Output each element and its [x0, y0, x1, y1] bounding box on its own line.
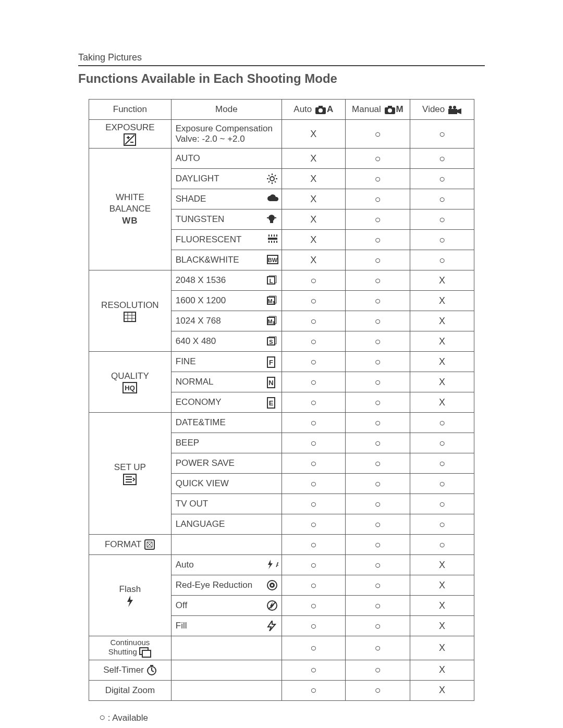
mode-cell: SHADE: [171, 189, 282, 209]
x-icon: [310, 215, 316, 225]
circle-icon: [439, 215, 445, 225]
value-cell: [345, 474, 410, 494]
value-cell: [345, 575, 410, 596]
x-icon: [439, 337, 445, 347]
value-cell: [345, 433, 410, 453]
circle-icon: [374, 520, 381, 530]
circle-icon: [310, 479, 316, 489]
x-icon: [439, 398, 445, 408]
value-cell: [345, 616, 410, 636]
redeye-icon: [267, 580, 277, 590]
value-cell: [282, 413, 345, 433]
svg-point-7: [453, 106, 456, 109]
mode-label: AUTO: [176, 153, 200, 163]
value-cell: [282, 331, 345, 352]
mode-cell: Red-Eye Reduction: [171, 575, 282, 596]
mode-label: DATE&TIME: [176, 417, 226, 427]
mode-label: TUNGSTEN: [176, 214, 225, 224]
svg-marker-69: [268, 560, 273, 569]
value-cell: [345, 392, 410, 413]
circle-icon: [374, 561, 381, 571]
circle-icon: [439, 154, 445, 164]
circle-icon: [374, 439, 381, 449]
value-cell: [282, 189, 345, 209]
value-cell: [345, 149, 410, 169]
size-l-icon: L: [267, 275, 277, 286]
circle-icon: [310, 601, 316, 611]
header-manual-suffix: M: [396, 104, 403, 114]
svg-point-24: [268, 215, 275, 221]
section-label: Taking Pictures: [78, 52, 485, 63]
circle-icon: [374, 418, 381, 428]
header-manual: Manual M: [345, 100, 410, 120]
value-cell: [282, 291, 345, 311]
mode-cell: Fill: [171, 616, 282, 636]
function-cell: EXPOSURE: [89, 120, 172, 149]
circle-icon: [310, 644, 316, 653]
value-cell: [282, 149, 345, 169]
svg-rect-28: [268, 238, 277, 240]
value-cell: [282, 596, 345, 616]
circle-icon: [310, 317, 316, 327]
mode-label: NORMAL: [176, 377, 214, 387]
svg-line-22: [275, 175, 276, 176]
circle-icon: [374, 500, 381, 510]
mode-label: Auto: [176, 560, 194, 570]
circle-icon: [374, 276, 381, 286]
bw-icon: BW: [267, 255, 277, 265]
circle-icon: [439, 418, 445, 428]
mode-cell: FLUORESCENT: [171, 230, 282, 250]
circle-icon: [439, 520, 445, 530]
value-cell: [410, 169, 474, 189]
value-cell: [345, 250, 410, 270]
value-cell: [410, 555, 474, 575]
mode-cell: POWER SAVE: [171, 453, 282, 474]
value-cell: [410, 616, 474, 636]
mode-label: BLACK&WHITE: [176, 255, 239, 265]
svg-text:M₁: M₁: [267, 298, 275, 304]
flash-fill-icon: [267, 621, 277, 631]
function-label: Digital Zoom: [105, 685, 155, 695]
header-video-text: Video: [422, 104, 445, 114]
circle-icon: [374, 665, 381, 675]
svg-line-11: [125, 135, 134, 144]
svg-text:HQ: HQ: [125, 384, 136, 392]
svg-line-23: [268, 181, 270, 182]
mode-cell: LANGUAGE: [171, 514, 282, 535]
function-cell: FORMAT: [89, 535, 172, 555]
mode-cell: DATE&TIME: [171, 413, 282, 433]
bulb-icon: [267, 214, 277, 225]
circle-icon: [374, 398, 381, 408]
svg-point-15: [270, 177, 274, 181]
table-row: Digital Zoom: [89, 680, 474, 700]
mode-label: Exposure CompensationValve: -2.0 ~ +2.0: [176, 124, 273, 144]
function-label: Flash: [119, 584, 141, 594]
x-icon: [310, 174, 316, 184]
flash-a-icon: A: [267, 560, 277, 570]
table-row: QUALITYHQFINEF: [89, 352, 474, 372]
circle-icon: [374, 130, 381, 140]
circle-icon: [310, 520, 316, 530]
mode-cell: 2048 X 1536L: [171, 270, 282, 291]
header-manual-text: Manual: [352, 104, 381, 114]
mode-cell: [171, 680, 282, 700]
divider: [78, 65, 485, 66]
x-icon: [439, 316, 445, 326]
value-cell: [345, 514, 410, 535]
circle-icon: [310, 622, 316, 632]
svg-point-2: [319, 108, 323, 113]
value-cell: [345, 660, 410, 680]
svg-point-73: [271, 584, 273, 586]
value-cell: [410, 250, 474, 270]
value-cell: [345, 352, 410, 372]
circle-icon: [310, 276, 316, 286]
mode-cell: 640 X 480S: [171, 331, 282, 352]
value-cell: [410, 474, 474, 494]
value-cell: [282, 616, 345, 636]
mode-cell: 1600 X 1200M₁: [171, 291, 282, 311]
circle-icon: [310, 418, 316, 428]
value-cell: [282, 270, 345, 291]
mode-cell: FINEF: [171, 352, 282, 372]
value-cell: [410, 270, 474, 291]
value-cell: [410, 575, 474, 596]
